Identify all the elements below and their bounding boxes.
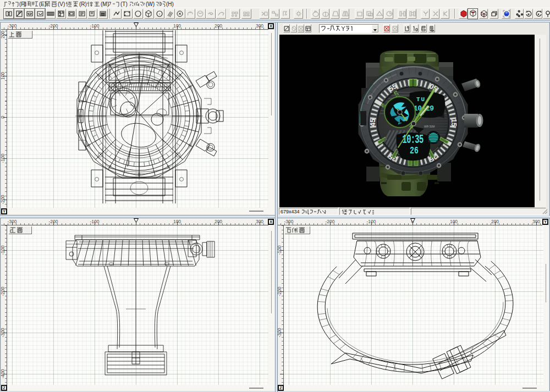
svg-text:45: 45	[369, 119, 377, 126]
svg-text:15: 15	[450, 119, 458, 126]
svg-text:26: 26	[410, 145, 419, 157]
svg-text:WR 50M: WR 50M	[424, 125, 435, 128]
svg-text:TU: TU	[416, 96, 426, 103]
